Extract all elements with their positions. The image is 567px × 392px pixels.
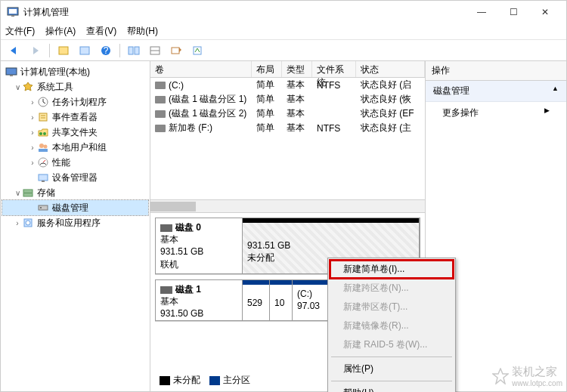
- disk-1-part-1[interactable]: 10: [270, 280, 293, 320]
- volume-scrollbar[interactable]: [150, 199, 425, 212]
- toolbar-btn-1[interactable]: [54, 42, 73, 59]
- svg-rect-2: [11, 15, 14, 17]
- ctx-separator: [331, 381, 452, 381]
- maximize-button[interactable]: ☐: [504, 7, 522, 17]
- ctx-new-simple-volume[interactable]: 新建简单卷(I)...: [330, 260, 454, 279]
- volume-row[interactable]: (磁盘 1 磁盘分区 2)简单基本状态良好 (EF: [150, 106, 425, 121]
- toolbar-btn-2[interactable]: [76, 42, 94, 59]
- volume-row[interactable]: (C:)简单基本NTFS状态良好 (启: [150, 78, 425, 92]
- menu-view[interactable]: 查看(V): [86, 25, 116, 38]
- ctx-new-raid5-volume: 新建 RAID-5 卷(W)...: [330, 335, 454, 354]
- forward-button[interactable]: [26, 42, 45, 59]
- col-filesystem[interactable]: 文件系统: [312, 61, 356, 77]
- ctx-new-mirrored-volume: 新建镜像卷(R)...: [330, 316, 454, 335]
- svg-point-21: [39, 144, 44, 148]
- svg-rect-8: [135, 47, 139, 54]
- toolbar-btn-5[interactable]: [167, 42, 185, 59]
- help-icon[interactable]: ?: [97, 42, 115, 59]
- svg-point-31: [40, 207, 42, 208]
- toolbar: ?: [1, 40, 566, 61]
- legend: 未分配 主分区: [156, 372, 253, 388]
- actions-section[interactable]: 磁盘管理 ▲: [426, 81, 566, 102]
- col-status[interactable]: 状态: [356, 61, 425, 77]
- tree-shared-folders[interactable]: ›共享文件夹: [2, 125, 148, 140]
- ctx-new-spanned-volume: 新建跨区卷(N)...: [330, 279, 454, 298]
- svg-rect-4: [80, 47, 89, 54]
- svg-text:?: ?: [104, 45, 109, 56]
- menu-help[interactable]: 帮助(H): [127, 25, 158, 38]
- back-button[interactable]: [5, 42, 23, 59]
- svg-point-33: [26, 221, 30, 225]
- svg-rect-23: [39, 149, 48, 152]
- svg-rect-16: [39, 113, 47, 121]
- actions-more[interactable]: 更多操作 ▶: [426, 102, 566, 124]
- tree-local-users[interactable]: ›本地用户和组: [2, 140, 148, 155]
- toolbar-btn-6[interactable]: [188, 42, 206, 59]
- menubar: 文件(F) 操作(A) 查看(V) 帮助(H): [1, 23, 566, 40]
- ctx-help[interactable]: 帮助(H): [330, 384, 454, 392]
- menu-file[interactable]: 文件(F): [5, 25, 35, 38]
- svg-rect-11: [172, 48, 179, 54]
- volume-row[interactable]: 新加卷 (F:)简单基本NTFS状态良好 (主: [150, 121, 425, 135]
- svg-rect-29: [23, 193, 33, 196]
- tree-services[interactable]: ›服务和应用程序: [2, 215, 148, 230]
- col-type[interactable]: 类型: [282, 61, 312, 77]
- volume-row[interactable]: (磁盘 1 磁盘分区 1)简单基本状态良好 (恢: [150, 92, 425, 106]
- svg-point-19: [39, 132, 42, 135]
- expand-icon: ▶: [544, 106, 550, 119]
- nav-tree: 计算机管理(本地) ∨系统工具 ›任务计划程序 ›事件查看器 ›共享文件夹 ›本…: [1, 61, 150, 391]
- menu-action[interactable]: 操作(A): [45, 25, 76, 38]
- svg-rect-1: [9, 9, 17, 14]
- svg-point-20: [43, 132, 46, 135]
- svg-rect-14: [10, 75, 13, 76]
- collapse-icon: ▲: [552, 85, 559, 97]
- tree-event-viewer[interactable]: ›事件查看器: [2, 110, 148, 125]
- actions-header: 操作: [426, 61, 566, 81]
- titlebar: 计算机管理 — ☐ ✕: [1, 1, 566, 23]
- tree-device-manager[interactable]: 设备管理器: [2, 170, 148, 185]
- col-layout[interactable]: 布局: [252, 61, 282, 77]
- toolbar-btn-3[interactable]: [125, 42, 143, 59]
- toolbar-btn-4[interactable]: [146, 42, 164, 59]
- volume-list: 卷 布局 类型 文件系统 状态 (C:)简单基本NTFS状态良好 (启 (磁盘 …: [150, 61, 425, 212]
- svg-point-22: [44, 145, 48, 149]
- close-button[interactable]: ✕: [536, 7, 554, 17]
- app-icon: [7, 6, 19, 18]
- svg-rect-28: [23, 190, 33, 193]
- window-title: 计算机管理: [23, 6, 472, 19]
- ctx-new-striped-volume: 新建带区卷(T)...: [330, 298, 454, 316]
- svg-rect-3: [59, 47, 68, 54]
- svg-rect-27: [42, 181, 45, 182]
- svg-rect-26: [39, 174, 48, 181]
- ctx-properties[interactable]: 属性(P): [330, 360, 454, 378]
- tree-performance[interactable]: ›性能: [2, 155, 148, 170]
- ctx-separator: [331, 357, 452, 357]
- svg-rect-30: [39, 205, 48, 210]
- tree-systools[interactable]: ∨系统工具: [2, 79, 148, 94]
- context-menu: 新建简单卷(I)... 新建跨区卷(N)... 新建带区卷(T)... 新建镜像…: [327, 258, 456, 392]
- col-volume[interactable]: 卷: [150, 61, 252, 77]
- minimize-button[interactable]: —: [472, 7, 491, 17]
- volume-headers: 卷 布局 类型 文件系统 状态: [150, 61, 425, 78]
- tree-storage[interactable]: ∨存储: [2, 185, 148, 200]
- tree-task-scheduler[interactable]: ›任务计划程序: [2, 94, 148, 110]
- disk-1-part-0[interactable]: 529: [243, 280, 270, 320]
- disk-1-header[interactable]: 磁盘 1 基本 931.50 GB: [155, 279, 243, 321]
- tree-root[interactable]: 计算机管理(本地): [2, 64, 148, 79]
- disk-0-header[interactable]: 磁盘 0 基本 931.51 GB 联机: [155, 218, 243, 274]
- tree-disk-management[interactable]: 磁盘管理: [2, 200, 148, 215]
- svg-rect-13: [6, 68, 17, 75]
- svg-rect-7: [129, 47, 133, 54]
